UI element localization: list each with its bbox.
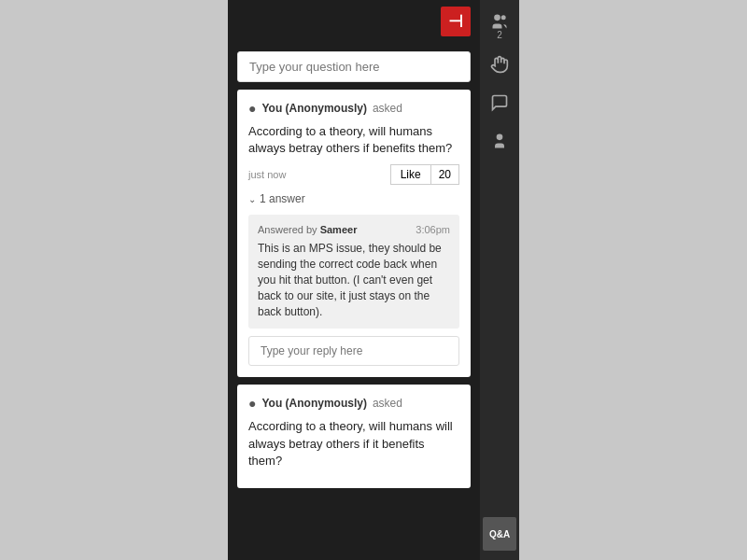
svg-point-2 <box>497 134 503 141</box>
question-card-2: ● You (Anonymously) asked According to a… <box>237 385 471 488</box>
answered-by-1: Answered by Sameer <box>258 224 357 235</box>
chevron-icon-1: ⌄ <box>248 194 256 204</box>
sidebar-qa-button[interactable]: Q&A <box>483 517 516 551</box>
users-icon <box>490 12 509 31</box>
svg-point-0 <box>494 15 500 21</box>
answers-toggle-label-1: 1 answer <box>260 192 305 205</box>
answers-toggle-1[interactable]: ⌄ 1 answer <box>248 192 459 205</box>
search-input[interactable] <box>237 51 471 82</box>
answerer-name-1: Sameer <box>320 224 358 235</box>
timestamp-1: just now <box>248 169 286 180</box>
hand-icon <box>490 55 509 74</box>
question-text-1: According to a theory, will humans alway… <box>248 123 459 157</box>
like-count-1: 20 <box>430 164 459 185</box>
right-sidebar: 2 Q&A <box>480 0 519 560</box>
answer-time-1: 3:06pm <box>416 224 450 235</box>
content-area: ● You (Anonymously) asked According to a… <box>228 42 480 560</box>
like-group-1: Like 20 <box>390 164 459 185</box>
asked-label-1: asked <box>373 102 402 115</box>
question-footer-1: just now Like 20 <box>248 164 459 185</box>
exit-icon[interactable]: ⊣ <box>441 7 471 36</box>
answer-text-1: This is an MPS issue, they should be sen… <box>258 241 450 319</box>
left-space <box>0 0 228 560</box>
user-icon-1: ● <box>248 101 256 116</box>
right-space <box>519 0 747 560</box>
like-button-1[interactable]: Like <box>390 164 430 185</box>
user-icon-2: ● <box>248 396 256 411</box>
users-count-badge: 2 <box>497 31 502 40</box>
question-header-2: ● You (Anonymously) asked <box>248 396 459 411</box>
sidebar-person-button[interactable] <box>483 124 516 158</box>
chat-icon <box>490 93 509 112</box>
sidebar-users-button[interactable]: 2 <box>483 9 516 43</box>
reply-input-1[interactable] <box>248 336 459 366</box>
sidebar-chat-button[interactable] <box>483 86 516 119</box>
username-2: You (Anonymously) <box>261 397 366 410</box>
question-text-2: According to a theory, will humans will … <box>248 418 459 469</box>
sidebar-hand-button[interactable] <box>483 48 516 81</box>
qa-label: Q&A <box>489 529 510 539</box>
svg-point-1 <box>501 15 506 20</box>
answer-block-1: Answered by Sameer 3:06pm This is an MPS… <box>248 215 459 329</box>
question-header-1: ● You (Anonymously) asked <box>248 101 459 116</box>
asked-label-2: asked <box>373 397 402 410</box>
top-bar: ⊣ <box>228 0 480 42</box>
username-1: You (Anonymously) <box>261 102 366 115</box>
center-panel: ⊣ ● You (Anonymously) asked According to… <box>228 0 480 560</box>
answer-header-1: Answered by Sameer 3:06pm <box>258 224 450 235</box>
question-card-1: ● You (Anonymously) asked According to a… <box>237 90 471 377</box>
person-icon <box>490 132 509 150</box>
